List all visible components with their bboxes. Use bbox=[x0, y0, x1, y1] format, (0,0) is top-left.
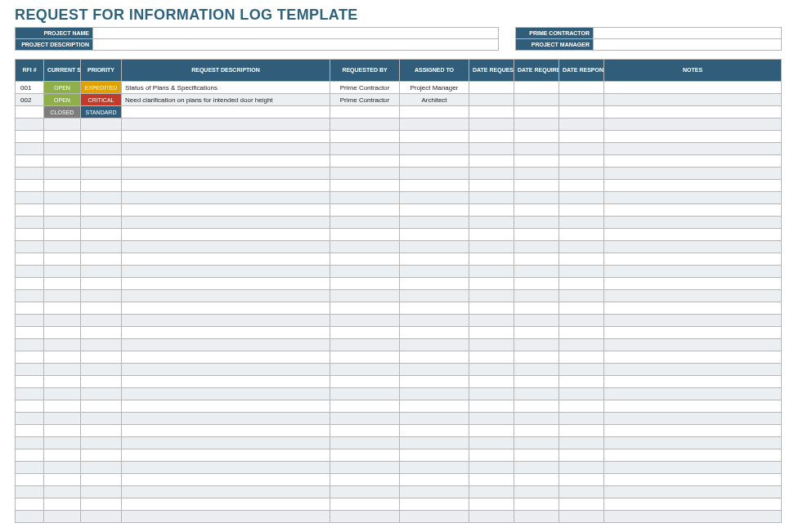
cell-current-status[interactable] bbox=[44, 339, 81, 351]
cell-date-required[interactable] bbox=[514, 327, 559, 339]
cell-date-requested[interactable] bbox=[469, 106, 514, 118]
cell-description[interactable] bbox=[122, 253, 330, 266]
cell-requested-by[interactable] bbox=[330, 241, 400, 253]
cell-description[interactable] bbox=[122, 143, 330, 155]
cell-description[interactable] bbox=[122, 302, 330, 315]
cell-notes[interactable] bbox=[604, 217, 782, 229]
cell-notes[interactable] bbox=[604, 376, 782, 388]
cell-rfi[interactable] bbox=[16, 327, 44, 339]
cell-priority[interactable] bbox=[81, 413, 122, 425]
cell-current-status[interactable] bbox=[44, 278, 81, 290]
cell-date-required[interactable] bbox=[514, 302, 559, 315]
cell-date-responded[interactable] bbox=[559, 106, 604, 118]
cell-current-status[interactable] bbox=[44, 241, 81, 253]
cell-date-requested[interactable] bbox=[469, 82, 514, 94]
cell-description[interactable] bbox=[122, 364, 330, 376]
cell-requested-by[interactable] bbox=[330, 339, 400, 351]
cell-priority[interactable] bbox=[81, 302, 122, 315]
cell-date-required[interactable] bbox=[514, 143, 559, 155]
cell-rfi[interactable] bbox=[16, 498, 44, 511]
cell-date-responded[interactable] bbox=[559, 241, 604, 253]
cell-date-requested[interactable] bbox=[469, 437, 514, 449]
cell-priority[interactable] bbox=[81, 155, 122, 168]
cell-priority[interactable] bbox=[81, 364, 122, 376]
cell-rfi[interactable] bbox=[16, 155, 44, 168]
cell-notes[interactable] bbox=[604, 192, 782, 204]
cell-requested-by[interactable] bbox=[330, 118, 400, 131]
cell-notes[interactable] bbox=[604, 168, 782, 180]
cell-date-required[interactable] bbox=[514, 498, 559, 511]
cell-date-required[interactable] bbox=[514, 217, 559, 229]
cell-notes[interactable] bbox=[604, 82, 782, 94]
cell-rfi[interactable] bbox=[16, 180, 44, 192]
cell-date-required[interactable] bbox=[514, 437, 559, 449]
cell-notes[interactable] bbox=[604, 131, 782, 143]
cell-rfi[interactable] bbox=[16, 241, 44, 253]
cell-description[interactable] bbox=[122, 315, 330, 327]
cell-notes[interactable] bbox=[604, 400, 782, 413]
cell-assigned-to[interactable] bbox=[400, 302, 469, 315]
cell-description[interactable] bbox=[122, 180, 330, 192]
cell-current-status[interactable]: OPEN bbox=[44, 82, 81, 94]
cell-description[interactable] bbox=[122, 118, 330, 131]
cell-date-responded[interactable] bbox=[559, 388, 604, 400]
cell-current-status[interactable] bbox=[44, 511, 81, 523]
cell-assigned-to[interactable] bbox=[400, 315, 469, 327]
cell-requested-by[interactable] bbox=[330, 511, 400, 523]
cell-current-status[interactable] bbox=[44, 143, 81, 155]
cell-current-status[interactable] bbox=[44, 498, 81, 511]
cell-assigned-to[interactable]: Architect bbox=[400, 94, 469, 106]
cell-date-requested[interactable] bbox=[469, 474, 514, 486]
cell-date-responded[interactable] bbox=[559, 266, 604, 278]
cell-date-required[interactable] bbox=[514, 204, 559, 217]
cell-description[interactable] bbox=[122, 400, 330, 413]
cell-date-requested[interactable] bbox=[469, 486, 514, 498]
cell-priority[interactable] bbox=[81, 388, 122, 400]
cell-priority[interactable] bbox=[81, 351, 122, 364]
cell-current-status[interactable] bbox=[44, 388, 81, 400]
cell-rfi[interactable] bbox=[16, 278, 44, 290]
cell-date-requested[interactable] bbox=[469, 449, 514, 462]
cell-current-status[interactable]: CLOSED bbox=[44, 106, 81, 118]
cell-requested-by[interactable] bbox=[330, 290, 400, 302]
cell-assigned-to[interactable] bbox=[400, 351, 469, 364]
cell-priority[interactable] bbox=[81, 118, 122, 131]
cell-current-status[interactable] bbox=[44, 400, 81, 413]
cell-assigned-to[interactable] bbox=[400, 486, 469, 498]
cell-rfi[interactable] bbox=[16, 339, 44, 351]
cell-assigned-to[interactable] bbox=[400, 155, 469, 168]
cell-description[interactable] bbox=[122, 376, 330, 388]
cell-assigned-to[interactable] bbox=[400, 474, 469, 486]
cell-date-responded[interactable] bbox=[559, 94, 604, 106]
cell-requested-by[interactable] bbox=[330, 106, 400, 118]
cell-rfi[interactable] bbox=[16, 131, 44, 143]
cell-date-required[interactable] bbox=[514, 118, 559, 131]
cell-date-responded[interactable] bbox=[559, 315, 604, 327]
cell-requested-by[interactable] bbox=[330, 266, 400, 278]
cell-date-responded[interactable] bbox=[559, 168, 604, 180]
cell-priority[interactable] bbox=[81, 339, 122, 351]
cell-notes[interactable] bbox=[604, 425, 782, 437]
cell-current-status[interactable] bbox=[44, 315, 81, 327]
cell-requested-by[interactable] bbox=[330, 498, 400, 511]
cell-date-required[interactable] bbox=[514, 229, 559, 241]
meta-value-project-description[interactable] bbox=[93, 39, 499, 51]
cell-notes[interactable] bbox=[604, 204, 782, 217]
cell-date-requested[interactable] bbox=[469, 400, 514, 413]
cell-assigned-to[interactable] bbox=[400, 118, 469, 131]
cell-priority[interactable] bbox=[81, 253, 122, 266]
cell-rfi[interactable] bbox=[16, 511, 44, 523]
cell-date-requested[interactable] bbox=[469, 290, 514, 302]
cell-assigned-to[interactable] bbox=[400, 437, 469, 449]
cell-requested-by[interactable] bbox=[330, 217, 400, 229]
cell-assigned-to[interactable] bbox=[400, 180, 469, 192]
cell-description[interactable] bbox=[122, 351, 330, 364]
cell-requested-by[interactable] bbox=[330, 474, 400, 486]
cell-requested-by[interactable] bbox=[330, 449, 400, 462]
cell-assigned-to[interactable] bbox=[400, 192, 469, 204]
cell-current-status[interactable] bbox=[44, 351, 81, 364]
cell-current-status[interactable] bbox=[44, 462, 81, 474]
cell-assigned-to[interactable] bbox=[400, 425, 469, 437]
cell-priority[interactable]: STANDARD bbox=[81, 106, 122, 118]
cell-priority[interactable] bbox=[81, 462, 122, 474]
